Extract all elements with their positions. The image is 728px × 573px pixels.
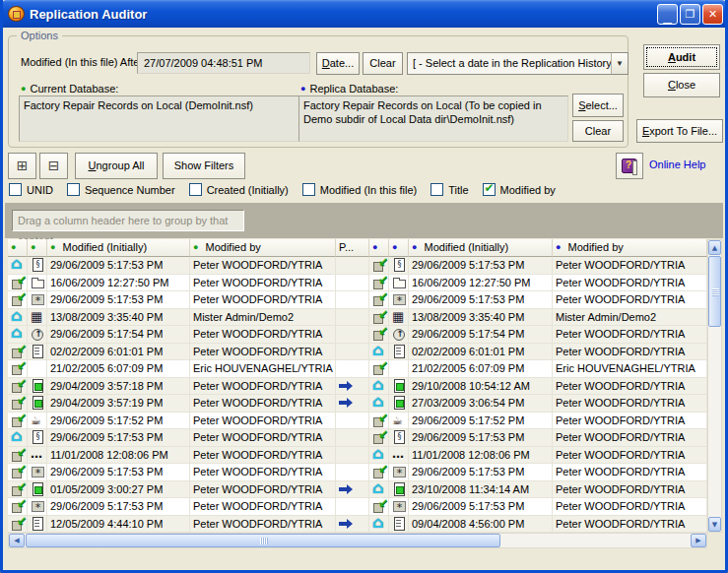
cell-modified-by-left: Peter WOODFORD/YTRIA [190,429,336,447]
cell-present-arrow [336,447,369,465]
cell-modified-left: 29/06/2009 5:17:53 PM [47,257,190,275]
cell-type-left [28,516,47,534]
grid-row[interactable]: 29/06/2009 5:17:53 PM Peter WOODFORD/YTR… [8,257,707,275]
scroll-left-button[interactable]: ◀ [9,534,25,547]
select-replica-button[interactable]: Select... [572,94,624,117]
checkbox-icon[interactable] [189,183,202,196]
grid-row[interactable]: 29/04/2009 3:57:19 PM Peter WOODFORD/YTR… [8,395,707,413]
column-header-modified-left[interactable]: ● Modified (Initially) [47,239,190,257]
scroll-right-button[interactable]: ▶ [691,534,706,547]
close-button[interactable]: Close [643,73,720,97]
checkbox-icon[interactable] [67,183,80,196]
online-help-link[interactable]: Online Help [649,159,705,170]
agent-icon [392,379,407,393]
column-header-modified-right[interactable]: ● Modified (Initially) [409,239,553,257]
column-header-type-right[interactable]: ● [389,239,409,257]
home-icon [372,482,387,496]
grid-row[interactable]: 11/01/2008 12:08:06 PM Peter WOODFORD/YT… [8,447,707,465]
date-button[interactable]: Date... [316,52,360,75]
clear-replica-button[interactable]: Clear [572,120,624,142]
grid-row[interactable]: 13/08/2009 3:35:40 PM Mister Admin/Demo2… [8,309,707,327]
scroll-up-button[interactable]: ▲ [708,240,721,255]
column-filter-checkbox[interactable]: Modified by [483,183,556,196]
copy-icon [11,465,26,478]
horizontal-scrollbar[interactable]: ◀ ▶ [8,533,707,548]
online-help-button[interactable] [616,153,643,179]
expand-all-button[interactable]: ⊞ [8,153,36,179]
cell-status-left [8,429,28,447]
cell-status-left [8,291,28,309]
titlebar[interactable]: Replication Auditor ▁ ❐ ✕ [0,0,728,28]
cell-modified-by-right: Eric HOUVENAGHEL/YTRIA [553,360,707,378]
column-header-type-left[interactable]: ● [28,239,47,257]
checkbox-icon[interactable] [483,183,496,196]
cell-status-right [369,326,389,344]
grid-row[interactable]: 29/06/2009 5:17:53 PM Peter WOODFORD/YTR… [8,498,707,516]
checkbox-icon[interactable] [430,183,443,196]
replication-history-dropdown[interactable]: [ - Select a date in the Replication His… [407,52,629,75]
group-by-dropzone[interactable]: Drag a column header here to group by th… [5,203,723,238]
column-header-status-left[interactable]: ● [8,239,28,257]
column-header-present[interactable]: P... [336,239,369,257]
grid-row[interactable]: 29/06/2009 5:17:53 PM Peter WOODFORD/YTR… [8,291,707,309]
cell-modified-by-left: Peter WOODFORD/YTRIA [190,516,336,534]
cell-type-right [389,378,409,396]
clear-date-button[interactable]: Clear [363,52,403,75]
minimize-button[interactable]: ▁ [657,4,678,25]
maximize-button[interactable]: ❐ [680,4,700,25]
audit-button[interactable]: Audit [643,44,720,70]
checkbox-icon[interactable] [9,183,22,196]
replication-direction-arrow-icon [339,484,354,494]
cell-status-left [8,413,28,430]
horizontal-scroll-track[interactable] [25,534,691,547]
column-header-modified-by-right[interactable]: ● Modified by [553,239,707,257]
agent-icon [31,379,45,393]
blue-bullet-icon: ● [300,84,305,94]
cell-status-right [369,481,389,499]
column-filter-checkbox[interactable]: Created (Initially) [189,183,289,196]
agent-icon [392,482,407,496]
grid-row[interactable]: 16/06/2009 12:27:50 PM Peter WOODFORD/YT… [8,275,707,292]
grid-row[interactable]: 29/06/2009 5:17:54 PM Peter WOODFORD/YTR… [8,326,707,344]
grid-row[interactable]: 29/04/2009 3:57:18 PM Peter WOODFORD/YTR… [8,378,707,396]
grid-row[interactable]: 12/05/2009 4:44:10 PM Peter WOODFORD/YTR… [8,516,707,534]
show-filters-button[interactable]: Show Filters [163,153,245,179]
ungroup-all-button[interactable]: Ungroup All [75,153,158,179]
cell-type-left [28,378,47,396]
folder-icon [392,276,407,289]
grid-row[interactable]: 01/05/2009 3:00:27 PM Peter WOODFORD/YTR… [8,481,707,499]
cell-status-left [8,464,28,481]
column-filter-checkbox[interactable]: Title [430,183,468,196]
column-filter-checkbox[interactable]: Modified (In this file) [302,183,417,196]
grid-row[interactable]: 21/02/2005 6:07:09 PM Eric HOUVENAGHEL/Y… [8,360,707,378]
vertical-scrollbar[interactable]: ▲ ▼ [707,239,722,533]
cell-modified-by-left: Peter WOODFORD/YTRIA [190,464,336,481]
cell-type-right [389,360,409,378]
grid-row[interactable]: 29/06/2009 5:17:53 PM Peter WOODFORD/YTR… [8,429,707,447]
green-dot-icon: ● [11,242,16,252]
scroll-down-button[interactable]: ▼ [708,517,721,532]
column-header-status-right[interactable]: ● [369,239,389,257]
cell-status-left [8,275,28,292]
column-filter-checkbox[interactable]: UNID [9,183,53,196]
cell-modified-left: 13/08/2009 3:35:40 PM [47,309,190,327]
column-header-modified-by-left[interactable]: ● Modified by [190,239,336,257]
cell-present-arrow [336,429,369,447]
column-filter-checkbox[interactable]: Sequence Number [67,183,175,196]
checkbox-icon[interactable] [302,183,315,196]
horizontal-scroll-thumb[interactable] [26,534,500,547]
cell-status-right [369,309,389,327]
cell-type-left [28,309,47,327]
vertical-scroll-thumb[interactable] [708,256,721,327]
grid-row[interactable]: 29/06/2009 5:17:52 PM Peter WOODFORD/YTR… [8,413,707,430]
cell-status-right [369,344,389,361]
export-to-file-button[interactable]: Export To File... [636,119,723,143]
modified-after-label: Modified (In this file) After [21,56,143,68]
grid-row[interactable]: 29/06/2009 5:17:53 PM Peter WOODFORD/YTR… [8,464,707,481]
cell-modified-by-right: Peter WOODFORD/YTRIA [553,257,707,275]
chevron-down-icon[interactable]: ▼ [611,53,628,74]
close-window-button[interactable]: ✕ [702,4,723,25]
cell-type-right [389,481,409,499]
grid-row[interactable]: 02/02/2009 6:01:01 PM Peter WOODFORD/YTR… [8,344,707,361]
collapse-all-button[interactable]: ⊟ [39,153,68,179]
